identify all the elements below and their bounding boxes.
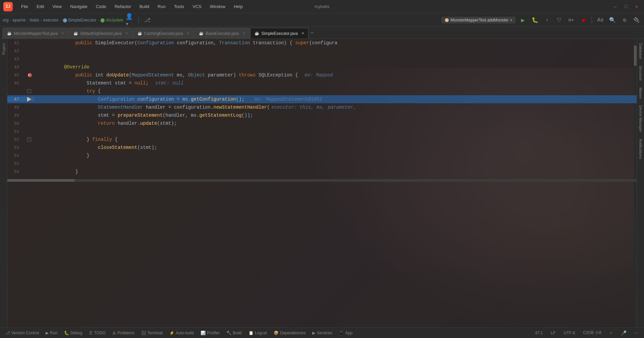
problems-icon: ⚠ — [112, 331, 116, 335]
window-title: mybatis — [315, 4, 330, 9]
tab-label: CachingExecutor.java — [144, 31, 183, 36]
run-button[interactable]: ▶ — [518, 15, 528, 25]
maximize-button[interactable]: □ — [622, 3, 630, 11]
tab-default-sql-session[interactable]: ☕ DefaultSqlSession.java ✕ — [69, 28, 132, 39]
breadcrumb-apache[interactable]: apache — [12, 18, 25, 22]
breadcrumb-class[interactable]: ⬤ SimpleExecutor — [63, 18, 96, 22]
sidebar-database[interactable]: Database — [638, 41, 643, 62]
status-checkmark[interactable]: ✓ — [607, 330, 615, 336]
status-line-sep[interactable]: LF — [548, 330, 558, 336]
app-logo: IJ — [3, 2, 13, 11]
stop-button[interactable]: ◼ — [579, 15, 588, 25]
sidebar-notifications[interactable]: Notifications — [638, 136, 643, 162]
tab-close-button[interactable]: ✕ — [186, 31, 190, 36]
status-services[interactable]: ▶ Services — [310, 330, 335, 336]
line-number: 48 — [7, 105, 24, 110]
more-icon: ⋯ — [635, 331, 639, 335]
minimize-button[interactable]: — — [611, 3, 619, 11]
scrollbar-thumb[interactable] — [7, 179, 74, 182]
sidebar-maven[interactable]: Maven — [638, 85, 643, 101]
git-icon[interactable]: ⎇ — [143, 15, 152, 25]
run-config-selector[interactable]: ⬤ MonsterMapperTest.addMonster ▾ — [441, 17, 516, 23]
status-position[interactable]: 47:1 — [532, 330, 545, 336]
tab-label: BaseExecutor.java — [206, 31, 239, 36]
menu-window[interactable]: Window — [207, 3, 229, 10]
code-text: return handler.update(stmt); — [34, 115, 637, 131]
sidebar-structure[interactable]: Structure — [638, 63, 643, 83]
window-controls: — □ ✕ — [611, 3, 641, 11]
status-problems[interactable]: ⚠ Problems — [110, 330, 137, 336]
status-todo[interactable]: ☰ TODO — [86, 330, 108, 336]
line-number: 41 — [7, 41, 24, 46]
line-number: 44 — [7, 65, 24, 70]
status-version-control[interactable]: ⎇ Version Control — [3, 330, 42, 336]
menu-view[interactable]: View — [49, 3, 65, 10]
settings-button[interactable]: ⚙ — [620, 15, 629, 25]
status-autobuild[interactable]: ⚡ Auto-build — [167, 330, 197, 336]
line-number: 43 — [7, 57, 24, 62]
menu-vcs[interactable]: VCS — [189, 3, 205, 10]
status-encoding[interactable]: UTF-8 — [561, 330, 578, 336]
status-build[interactable]: 🔨 Build — [224, 330, 245, 336]
tab-close-button[interactable]: ✕ — [61, 31, 64, 36]
microphone-button[interactable]: 🎤 — [618, 329, 629, 337]
more-status-button[interactable]: ⋯ — [632, 330, 641, 336]
tab-close-button[interactable]: ✕ — [125, 31, 128, 36]
tab-simple-executor[interactable]: ☕ SimpleExecutor.java ✕ — [250, 28, 309, 39]
status-font[interactable]: C仿宋 小8 — [580, 329, 604, 337]
status-logcat[interactable]: 📋 Logcat — [246, 330, 270, 336]
more-tabs-button[interactable]: ⋯ — [311, 30, 313, 36]
statusbar: ⎇ Version Control ▶ Run 🐛 Debug ☰ TODO ⚠… — [0, 327, 644, 338]
services-icon: ▶ — [312, 331, 315, 335]
terminal-label: Terminal — [148, 331, 163, 335]
todo-icon: ☰ — [89, 331, 93, 335]
status-terminal[interactable]: ⬛ Terminal — [139, 330, 165, 336]
menu-help[interactable]: Help — [230, 3, 246, 10]
profile-button[interactable]: ⚡ — [542, 15, 552, 25]
tab-monster-mapper-test[interactable]: ☕ MonsterMapperTest.java ✕ — [3, 28, 68, 39]
horizontal-scrollbar[interactable] — [7, 179, 637, 182]
breadcrumb-executor[interactable]: executor — [43, 18, 59, 22]
plugin-button[interactable]: 🔌 — [632, 15, 641, 25]
tab-base-executor[interactable]: ☕ BaseExecutor.java ✕ — [195, 28, 250, 39]
line-gutter — [24, 65, 34, 69]
tab-close-button[interactable]: ✕ — [301, 31, 304, 36]
sidebar-project[interactable]: Project — [1, 41, 6, 57]
sidebar-device-manager[interactable]: Device Manager — [638, 103, 643, 135]
search-everywhere-button[interactable]: 🔍 — [608, 15, 617, 25]
editor-tabs: ☕ MonsterMapperTest.java ✕ ☕ DefaultSqlS… — [0, 27, 644, 39]
status-debug[interactable]: 🐛 Debug — [61, 330, 85, 336]
tab-label: MonsterMapperTest.java — [14, 31, 58, 36]
tab-caching-executor[interactable]: ☕ CachingExecutor.java ✕ — [133, 28, 194, 39]
breadcrumb-ibatis[interactable]: ibatis — [30, 18, 39, 22]
tab-close-button[interactable]: ✕ — [242, 31, 245, 36]
close-button[interactable]: ✕ — [633, 3, 641, 11]
debug-button[interactable]: 🐛 — [530, 15, 540, 25]
terminal-icon: ⬛ — [141, 331, 146, 335]
menu-edit[interactable]: Edit — [33, 3, 47, 10]
breadcrumb-org[interactable]: org — [3, 18, 8, 22]
debug-icon: 🐛 — [64, 331, 69, 335]
code-editor[interactable]: 41 public SimpleExecutor(Configuration c… — [7, 39, 637, 327]
user-icon[interactable]: 👤▾ — [125, 15, 135, 25]
menu-tools[interactable]: Tools — [171, 3, 187, 10]
coverage-button[interactable]: 🛡 — [554, 15, 564, 25]
menu-navigate[interactable]: Navigate — [67, 3, 91, 10]
status-run[interactable]: ▶ Run — [43, 330, 60, 336]
menu-run[interactable]: Run — [154, 3, 169, 10]
menu-refactor[interactable]: Refactor — [111, 3, 135, 10]
menu-code[interactable]: Code — [93, 3, 110, 10]
status-profiler[interactable]: 📊 Profiler — [198, 330, 222, 336]
menu-file[interactable]: File — [18, 3, 32, 10]
status-app[interactable]: 📱 App — [336, 330, 355, 336]
translate-button[interactable]: Aa — [596, 15, 605, 25]
line-number: 42 — [7, 49, 24, 54]
more-run-options[interactable]: ⚙▾ — [567, 15, 576, 25]
breadcrumb-method[interactable]: ⬤ doUpdate — [100, 18, 123, 22]
menu-build[interactable]: Build — [136, 3, 153, 10]
line-number: 46 — [7, 81, 24, 86]
status-dependencies[interactable]: 📦 Dependencies — [271, 330, 309, 336]
code-text: public SimpleExecutor(Configuration conf… — [34, 39, 637, 51]
menu-bar: File Edit View Navigate Code Refactor Bu… — [18, 3, 246, 10]
code-content[interactable]: 41 public SimpleExecutor(Configuration c… — [7, 39, 637, 327]
